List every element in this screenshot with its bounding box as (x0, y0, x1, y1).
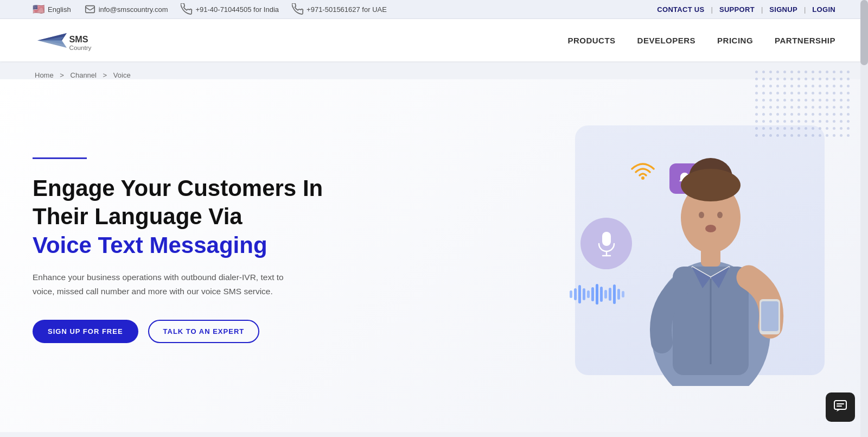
support-link[interactable]: SUPPORT (719, 5, 755, 14)
divider-1: | (711, 5, 713, 14)
breadcrumb-voice: Voice (113, 71, 131, 79)
logo-area[interactable]: SMS Country (33, 27, 130, 54)
email-icon (84, 3, 96, 15)
breadcrumb-home[interactable]: Home (35, 71, 54, 79)
svg-point-12 (681, 169, 741, 201)
svg-text:Country: Country (69, 44, 92, 51)
hero-title-blue: Voice Text Messaging (33, 232, 267, 258)
svg-rect-18 (834, 401, 846, 409)
top-bar-left: 🇺🇸 English info@smscountry.com +91-40-71… (33, 3, 387, 15)
flag-icon: 🇺🇸 (33, 3, 44, 15)
wave-bar-6 (591, 287, 594, 301)
chat-icon-svg (833, 398, 847, 413)
hero-description: Enhance your business operations with ou… (33, 270, 293, 298)
nav-links: PRODUCTS DEVELOPERS PRICING PARTNERSHIP (567, 36, 835, 45)
nav-partnership[interactable]: PARTNERSHIP (775, 36, 835, 45)
email-text: info@smscountry.com (99, 5, 168, 14)
chat-widget[interactable] (826, 392, 855, 422)
wave-bar-3 (578, 285, 581, 303)
cta-buttons: SIGN UP FOR FREE TALK TO AN EXPERT (33, 320, 380, 343)
signup-button[interactable]: SIGN UP FOR FREE (33, 320, 138, 343)
accent-line (33, 157, 87, 159)
phone-uae-text: +971-501561627 for UAE (307, 5, 387, 14)
hero-title: Engage Your Customers In Their Language … (33, 174, 380, 260)
language-label: English (48, 5, 71, 14)
divider-3: | (804, 5, 806, 14)
login-link[interactable]: LOGIN (812, 5, 835, 14)
smscountry-logo: SMS Country (33, 27, 130, 54)
phone-india: +91-40-71044505 for India (181, 3, 279, 15)
svg-rect-17 (761, 301, 778, 331)
breadcrumb: Home > Channel > Voice (0, 61, 868, 79)
scrollbar-thumb[interactable] (860, 0, 868, 65)
svg-point-14 (717, 212, 723, 218)
nav-developers[interactable]: DEVELOPERS (637, 36, 696, 45)
chat-widget-icon (833, 398, 847, 416)
contact-us-link[interactable]: CONTACT US (657, 5, 704, 14)
main-nav: SMS Country PRODUCTS DEVELOPERS PRICING … (0, 19, 868, 61)
scrollbar[interactable] (860, 0, 868, 437)
breadcrumb-sep-2: > (103, 71, 109, 79)
phone-uae: +971-501561627 for UAE (292, 3, 387, 15)
top-bar: 🇺🇸 English info@smscountry.com +91-40-71… (0, 0, 868, 19)
wave-bar-5 (587, 290, 590, 298)
person-image (602, 115, 808, 386)
svg-point-13 (699, 212, 704, 218)
divider-2: | (761, 5, 763, 14)
phone-india-text: +91-40-71044505 for India (195, 5, 279, 14)
phone-icon-india (181, 3, 193, 15)
wave-bar-4 (583, 288, 585, 300)
svg-text:SMS: SMS (69, 34, 88, 44)
breadcrumb-channel[interactable]: Channel (71, 71, 97, 79)
person-svg (602, 115, 808, 386)
email-contact: info@smscountry.com (84, 3, 168, 15)
wave-bar-7 (596, 284, 598, 305)
hero-title-line1: Engage Your Customers In (33, 175, 323, 201)
talk-to-expert-button[interactable]: TALK TO AN EXPERT (148, 320, 260, 343)
breadcrumb-sep-1: > (60, 71, 66, 79)
wave-bar-1 (570, 290, 572, 298)
nav-products[interactable]: PRODUCTS (567, 36, 615, 45)
top-bar-right: CONTACT US | SUPPORT | SIGNUP | LOGIN (657, 5, 835, 14)
wave-bar-2 (574, 288, 577, 300)
signup-link[interactable]: SIGNUP (769, 5, 797, 14)
language-selector[interactable]: 🇺🇸 English (33, 3, 71, 15)
svg-point-15 (705, 225, 716, 232)
phone-icon-uae (292, 3, 304, 15)
hero-right: // Will be rendered via template below (401, 115, 835, 386)
hero-left: Engage Your Customers In Their Language … (33, 157, 401, 344)
nav-pricing[interactable]: PRICING (717, 36, 753, 45)
hero-title-line2: Their Language Via (33, 204, 242, 229)
main-content: Engage Your Customers In Their Language … (0, 79, 868, 432)
